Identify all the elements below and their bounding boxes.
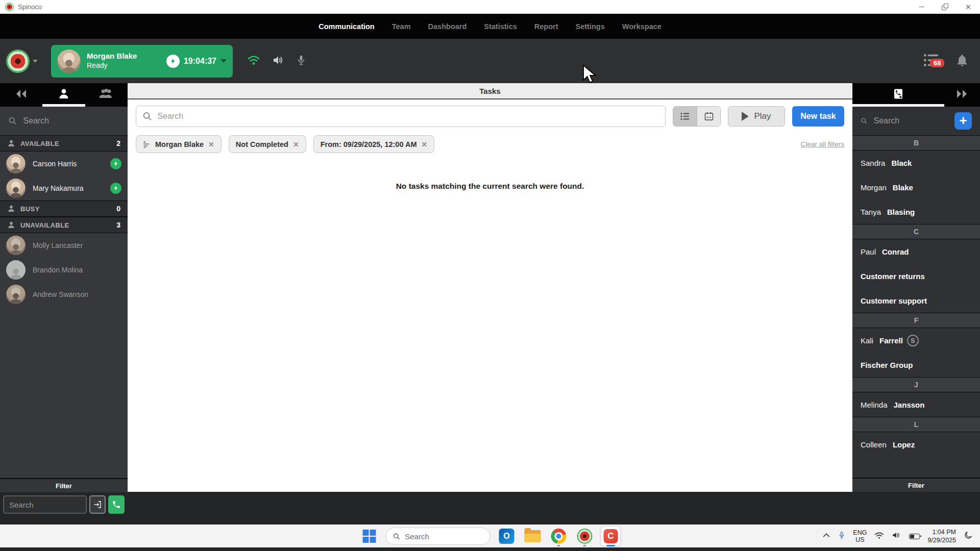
tray-speaker-icon[interactable] xyxy=(892,531,901,541)
clear-all-filters-link[interactable]: Clear all filters xyxy=(800,140,844,148)
contact-row[interactable]: KaliFarrellS xyxy=(852,328,980,353)
letter-header: C xyxy=(852,224,980,239)
outlook-taskbar-button[interactable]: O xyxy=(497,527,517,546)
record-button[interactable] xyxy=(6,49,30,73)
contact-row[interactable]: Customer support xyxy=(852,288,980,313)
tasks-search-input[interactable] xyxy=(157,112,659,121)
tab-agents[interactable] xyxy=(42,83,85,107)
letter-header: B xyxy=(852,135,980,151)
file-explorer-taskbar-button[interactable] xyxy=(523,527,543,546)
contacts-search-input[interactable] xyxy=(873,116,948,126)
new-task-button[interactable]: New task xyxy=(792,106,844,127)
collapse-sidebar-button[interactable] xyxy=(0,83,42,107)
spinoco-taskbar-button[interactable] xyxy=(575,527,595,546)
close-icon[interactable]: ✕ xyxy=(208,140,214,148)
filter-chip-date[interactable]: From: 09/29/2025, 12:00 AM ✕ xyxy=(313,135,435,153)
add-contact-button[interactable] xyxy=(954,112,972,130)
start-button[interactable] xyxy=(360,527,379,546)
contact-row[interactable]: MelindaJansson xyxy=(852,392,980,417)
member-row[interactable]: Molly Lancaster xyxy=(0,233,128,258)
filter-label: Filter xyxy=(908,482,924,489)
filter-chip-status[interactable]: Not Completed ✕ xyxy=(229,135,306,153)
tray-moon-icon[interactable] xyxy=(964,531,973,542)
letter-header: J xyxy=(852,377,980,392)
member-row[interactable]: Andrew Swanson xyxy=(0,282,128,307)
lightning-icon xyxy=(166,55,180,68)
group-label: UNAVAILABLE xyxy=(20,221,69,229)
contact-row[interactable]: Fischer Group xyxy=(852,353,980,377)
filter-chip-owner[interactable]: Morgan Blake ✕ xyxy=(136,135,222,153)
member-row[interactable]: Brandon Molina xyxy=(0,258,128,282)
minimize-button[interactable] xyxy=(910,0,933,14)
tab-phonebook[interactable] xyxy=(852,83,944,107)
current-user-card[interactable]: Morgan Blake Ready 19:04:37 xyxy=(51,45,233,78)
nav-dashboard[interactable]: Dashboard xyxy=(428,22,467,31)
person-icon xyxy=(7,221,15,229)
taskbar-search-input[interactable] xyxy=(405,532,483,541)
nav-team[interactable]: Team xyxy=(392,22,411,31)
battery-icon[interactable] xyxy=(909,534,920,539)
avatar xyxy=(6,179,26,198)
dialer-search[interactable] xyxy=(3,495,87,514)
calendar-view-button[interactable] xyxy=(697,107,720,126)
nav-communication[interactable]: Communication xyxy=(318,22,375,31)
member-row[interactable]: Carson Harris xyxy=(0,152,128,176)
app-header: Morgan Blake Ready 19:04:37 xyxy=(0,39,980,83)
collapse-contacts-button[interactable] xyxy=(944,83,980,107)
restore-button[interactable] xyxy=(933,0,957,14)
phone-icon xyxy=(112,500,121,509)
tray-wifi-icon[interactable] xyxy=(874,532,884,541)
outlook-icon: O xyxy=(499,529,514,544)
language-indicator[interactable]: ENG US xyxy=(853,529,867,544)
group-busy[interactable]: BUSY 0 xyxy=(0,201,128,217)
bell-icon[interactable] xyxy=(955,53,969,69)
left-search[interactable] xyxy=(0,107,128,135)
close-icon[interactable]: ✕ xyxy=(293,140,299,148)
dialer-search-input[interactable] xyxy=(9,500,81,509)
system-tray: ENG US 1:04 PM 9/29/2025 xyxy=(822,528,980,545)
contact-row[interactable]: MorganBlake xyxy=(852,175,980,199)
close-button[interactable]: ✕ xyxy=(957,0,980,14)
person-icon xyxy=(7,205,15,213)
contact-row[interactable]: PaulConrad xyxy=(852,239,980,264)
filter-chips-row: Morgan Blake ✕ Not Completed ✕ From: 09/… xyxy=(136,135,844,153)
list-view-button[interactable] xyxy=(673,107,697,126)
contact-row[interactable]: Customer returns xyxy=(852,264,980,288)
group-available[interactable]: AVAILABLE 2 xyxy=(0,135,128,152)
contact-row[interactable]: ColleenLopez xyxy=(852,432,980,457)
status-timer[interactable]: 19:04:37 xyxy=(166,55,227,68)
contacts-search[interactable] xyxy=(852,107,980,135)
window-title: Spinoco xyxy=(18,3,42,11)
filter-label: Filter xyxy=(56,482,72,490)
nav-report[interactable]: Report xyxy=(534,22,558,31)
call-button[interactable] xyxy=(108,495,125,514)
group-unavailable[interactable]: UNAVAILABLE 3 xyxy=(0,217,128,233)
taskbar-search[interactable] xyxy=(386,528,491,545)
timer-value: 19:04:37 xyxy=(184,57,216,66)
right-filter-bar[interactable]: Filter xyxy=(852,478,980,492)
chevron-down-icon[interactable] xyxy=(33,60,38,63)
close-icon[interactable]: ✕ xyxy=(422,140,428,148)
member-row[interactable]: Mary Nakamura xyxy=(0,176,128,201)
taskbar-clock[interactable]: 1:04 PM 9/29/2025 xyxy=(927,528,956,545)
avatar xyxy=(6,285,26,304)
tray-microphone-icon[interactable] xyxy=(838,531,845,542)
nav-statistics[interactable]: Statistics xyxy=(484,22,517,31)
contact-row[interactable]: SandraBlack xyxy=(852,151,980,175)
nav-workspace[interactable]: Workspace xyxy=(622,22,662,31)
chrome-taskbar-button[interactable] xyxy=(549,527,569,546)
tray-chevron-up-icon[interactable] xyxy=(822,532,830,541)
tasks-search[interactable] xyxy=(136,106,666,127)
nav-settings[interactable]: Settings xyxy=(576,22,605,31)
left-filter-bar[interactable]: Filter xyxy=(0,478,128,492)
transfer-button[interactable] xyxy=(89,495,106,514)
page-title: Tasks xyxy=(479,87,500,95)
camtasia-taskbar-button[interactable]: C xyxy=(601,527,621,546)
contact-row[interactable]: TanyaBlasing xyxy=(852,199,980,224)
task-list-button[interactable]: 68 xyxy=(923,53,941,70)
notification-count-badge: 68 xyxy=(930,59,944,67)
spinoco-icon xyxy=(577,529,593,544)
tab-teams[interactable] xyxy=(85,83,128,107)
play-button[interactable]: Play xyxy=(728,106,785,127)
left-search-input[interactable] xyxy=(23,116,119,126)
